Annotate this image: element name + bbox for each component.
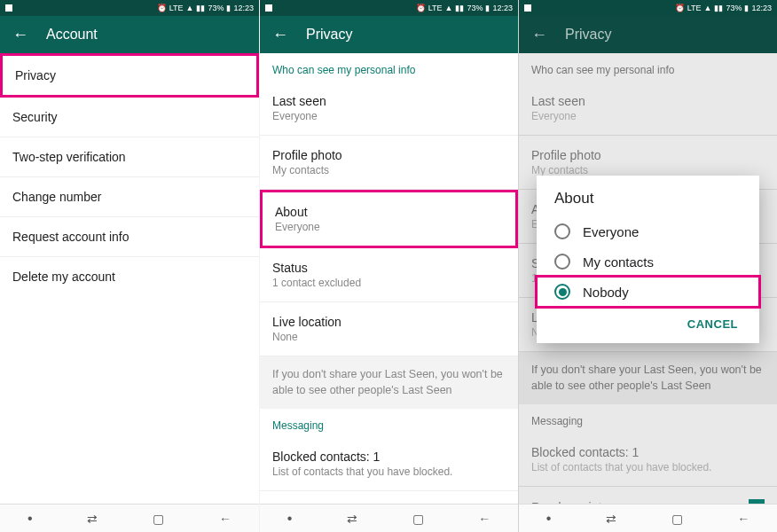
about-dialog: About Everyone My contacts Nobody CANCEL [537, 176, 759, 343]
value: List of contacts that you have blocked. [272, 466, 506, 478]
nav-recent-icon[interactable]: ⇄ [87, 512, 98, 526]
lte-icon: LTE [169, 4, 184, 12]
page-title: Privacy [565, 27, 611, 43]
wifi-icon: ▲ [186, 4, 194, 12]
nav-home-icon[interactable]: ▢ [671, 512, 683, 526]
app-bar: ← Privacy [519, 16, 777, 53]
clock-text: 12:23 [233, 4, 254, 12]
item-blocked: Blocked contacts: 1 List of contacts tha… [519, 433, 777, 487]
signal-icon: ▮▮ [714, 4, 723, 12]
status-bar: ⏰ LTE ▲ ▮▮ 73% ▮ 12:23 [519, 0, 777, 16]
app-bar: ← Privacy [260, 16, 518, 53]
section-personal-info: Who can see my personal info [260, 53, 518, 82]
nav-back-icon[interactable]: ← [219, 512, 232, 526]
item-delete-account[interactable]: Delete my account [0, 257, 259, 296]
dialog-title: About [537, 190, 759, 216]
value: List of contacts that you have blocked. [531, 461, 765, 473]
app-bar: ← Account [0, 16, 259, 53]
nav-home-icon[interactable]: ▢ [412, 512, 424, 526]
alarm-icon: ⏰ [675, 4, 685, 12]
radio-everyone[interactable]: Everyone [537, 216, 759, 246]
value: 1 contact excluded [272, 277, 506, 289]
panel-account: ⏰ LTE ▲ ▮▮ 73% ▮ 12:23 ← Account Privacy… [0, 0, 259, 532]
section-messaging: Messaging [519, 404, 777, 433]
label: Privacy [15, 68, 244, 82]
radio-checked-icon [554, 284, 570, 300]
lte-icon: LTE [687, 4, 702, 12]
radio-unchecked-icon [554, 223, 570, 239]
value: None [272, 331, 506, 343]
item-blocked[interactable]: Blocked contacts: 1 List of contacts tha… [260, 437, 518, 491]
label: About [275, 205, 503, 219]
nav-dot-icon[interactable]: • [27, 511, 33, 527]
item-security[interactable]: Security [0, 98, 259, 137]
label: Change number [12, 190, 247, 204]
wifi-icon: ▲ [704, 4, 712, 12]
nav-back-icon[interactable]: ← [737, 512, 750, 526]
item-two-step[interactable]: Two-step verification [0, 137, 259, 177]
label: Profile photo [531, 148, 765, 162]
value: Everyone [272, 110, 506, 122]
panel-dialog: ⏰ LTE ▲ ▮▮ 73% ▮ 12:23 ← Privacy Who can… [518, 0, 777, 532]
radio-label: My contacts [583, 254, 654, 270]
value: Everyone [275, 221, 503, 233]
clock-text: 12:23 [492, 4, 513, 12]
back-arrow-icon[interactable]: ← [531, 27, 547, 43]
battery-text: 73% [467, 4, 483, 12]
privacy-list: Who can see my personal info Last seen E… [260, 53, 518, 504]
radio-unchecked-icon [554, 254, 570, 270]
cancel-button[interactable]: CANCEL [680, 312, 745, 336]
item-privacy[interactable]: Privacy [0, 53, 259, 98]
battery-text: 73% [726, 4, 742, 12]
page-title: Privacy [306, 27, 352, 43]
nav-bar: • ⇄ ▢ ← [519, 504, 777, 532]
item-request-info[interactable]: Request account info [0, 217, 259, 257]
nav-back-icon[interactable]: ← [478, 512, 491, 526]
status-bar: ⏰ LTE ▲ ▮▮ 73% ▮ 12:23 [0, 0, 259, 16]
label: Live location [272, 315, 506, 329]
battery-icon: ▮ [226, 4, 231, 12]
signal-icon: ▮▮ [196, 4, 205, 12]
label: Blocked contacts: 1 [531, 445, 765, 459]
info-last-seen: If you don't share your Last Seen, you w… [519, 352, 777, 404]
item-status[interactable]: Status 1 contact excluded [260, 248, 518, 302]
item-read-receipts[interactable]: Read receipts ✓ [260, 491, 518, 504]
item-read-receipts: Read receipts ✓ [519, 487, 777, 504]
item-last-seen[interactable]: Last seen Everyone [260, 82, 518, 136]
label: Status [272, 261, 506, 275]
label: Request account info [12, 230, 247, 244]
back-arrow-icon[interactable]: ← [272, 27, 288, 43]
label: Security [12, 110, 247, 124]
nav-bar: • ⇄ ▢ ← [260, 504, 518, 532]
page-title: Account [46, 27, 98, 43]
nav-recent-icon[interactable]: ⇄ [347, 512, 357, 526]
item-change-number[interactable]: Change number [0, 177, 259, 217]
item-live-location[interactable]: Live location None [260, 302, 518, 356]
radio-nobody[interactable]: Nobody [537, 277, 759, 307]
panel-privacy: ⏰ LTE ▲ ▮▮ 73% ▮ 12:23 ← Privacy Who can… [259, 0, 518, 532]
alarm-icon: ⏰ [416, 4, 426, 12]
item-about[interactable]: About Everyone [260, 190, 518, 248]
notif-icon [5, 4, 12, 12]
nav-home-icon[interactable]: ▢ [153, 512, 164, 526]
nav-recent-icon[interactable]: ⇄ [606, 512, 616, 526]
radio-label: Everyone [583, 224, 639, 239]
value: My contacts [531, 164, 765, 176]
clock-text: 12:23 [751, 4, 772, 12]
item-last-seen: Last seen Everyone [519, 82, 777, 136]
battery-icon: ▮ [744, 4, 749, 12]
back-arrow-icon[interactable]: ← [12, 27, 28, 43]
value: My contacts [272, 164, 506, 176]
item-profile-photo[interactable]: Profile photo My contacts [260, 136, 518, 190]
section-messaging: Messaging [260, 409, 518, 437]
label: Blocked contacts: 1 [272, 450, 506, 464]
signal-icon: ▮▮ [455, 4, 464, 12]
notif-icon [524, 4, 531, 12]
status-bar: ⏰ LTE ▲ ▮▮ 73% ▮ 12:23 [260, 0, 518, 16]
dialog-actions: CANCEL [537, 307, 759, 336]
nav-dot-icon[interactable]: • [546, 511, 552, 527]
nav-dot-icon[interactable]: • [287, 511, 293, 527]
nav-bar: • ⇄ ▢ ← [0, 504, 259, 532]
radio-my-contacts[interactable]: My contacts [537, 246, 759, 277]
label: Last seen [531, 94, 765, 108]
